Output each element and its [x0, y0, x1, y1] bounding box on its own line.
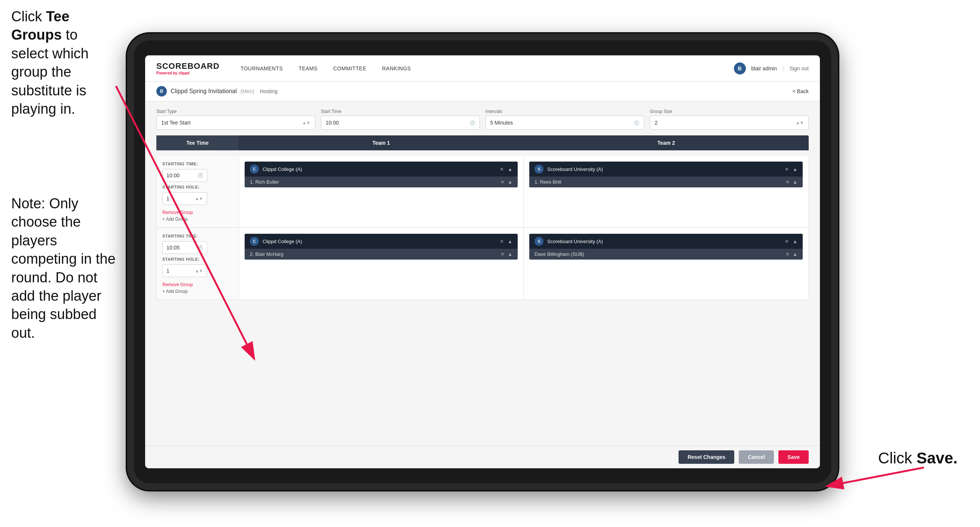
team1-player-1-name-group2: 2. Blair McHarg	[250, 252, 283, 257]
hole-arrow-icon-1: ▲▼	[195, 196, 203, 201]
save-button[interactable]: Save	[778, 450, 809, 464]
breadcrumb-subtitle: (Men)	[240, 88, 255, 94]
nav-committee[interactable]: COMMITTEE	[327, 62, 372, 75]
logo-scoreboard: SCOREBOARD	[156, 61, 220, 71]
group-row: STARTING TIME: 10:00 🕙 STARTING HOLE: 1 …	[156, 156, 809, 228]
user-avatar: B	[734, 62, 746, 75]
team1-panel-group1: C Clippd College (A) ✕ ▲ 1. Rich Butler	[239, 156, 523, 228]
player-expand-icon-group1-t1[interactable]: ▲	[508, 179, 512, 185]
starting-hole-input-2[interactable]: 1 ▲▼	[162, 264, 207, 277]
user-name: blair admin	[751, 65, 777, 72]
team2-close-icon-group1[interactable]: ✕	[785, 166, 789, 172]
navbar: SCOREBOARD Powered by clippd TOURNAMENTS…	[145, 55, 820, 81]
svg-line-2	[827, 468, 924, 486]
nav-rankings[interactable]: RANKINGS	[376, 62, 417, 75]
start-time-input[interactable]: 10:00 🕙	[321, 116, 480, 130]
team1-expand-icon-group1[interactable]: ▲	[508, 166, 512, 172]
dropdown-arrow-icon: ▲▼	[302, 121, 310, 125]
nav-teams[interactable]: TEAMS	[293, 62, 323, 75]
team2-player-controls-group2: ✕ ▲	[786, 252, 797, 257]
th-tee-time: Tee Time	[156, 135, 239, 150]
time-icon-1: 🕙	[197, 173, 203, 178]
team2-controls-group2: ✕ ▲	[785, 239, 797, 244]
reset-changes-button[interactable]: Reset Changes	[679, 450, 734, 464]
breadcrumb-icon: B	[156, 86, 167, 97]
add-group-1-button[interactable]: + Add Group	[162, 217, 233, 222]
team1-player-controls-group2: ✕ ▲	[501, 252, 512, 257]
main-content: Start Type 1st Tee Start ▲▼ Start Time 1…	[145, 101, 820, 446]
starting-hole-label-1: STARTING HOLE:	[162, 185, 233, 189]
cancel-button[interactable]: Cancel	[739, 450, 774, 464]
team2-player-controls-group1: ✕ ▲	[786, 179, 797, 185]
remove-group-2-button[interactable]: Remove Group	[162, 282, 233, 287]
team2-name-group1: Scoreboard University (A)	[547, 166, 603, 172]
instructions-text: Click Tee Groups to select which group t…	[0, 0, 116, 126]
breadcrumb-title: Clippd Spring Invitational	[170, 88, 237, 95]
starting-hole-input-1[interactable]: 1 ▲▼	[162, 192, 207, 205]
team1-card-group1: C Clippd College (A) ✕ ▲ 1. Rich Butler	[245, 162, 518, 187]
team1-header-group1: C Clippd College (A) ✕ ▲	[245, 162, 518, 177]
group-1-left: STARTING TIME: 10:00 🕙 STARTING HOLE: 1 …	[157, 156, 239, 228]
player-close-icon-group2-t2[interactable]: ✕	[786, 252, 790, 257]
player-expand-icon-group2-t2[interactable]: ▲	[792, 252, 797, 257]
player-expand-icon-group2-t1[interactable]: ▲	[508, 252, 512, 257]
intervals-input[interactable]: 5 Minutes 🕙	[485, 116, 644, 130]
nav-items: TOURNAMENTS TEAMS COMMITTEE RANKINGS	[234, 62, 734, 75]
group-size-arrow-icon: ▲▼	[795, 121, 804, 125]
team1-left-group2: C Clippd College (A)	[250, 237, 302, 246]
team2-header-group1: S Scoreboard University (A) ✕ ▲	[529, 162, 803, 177]
player-close-icon-group2-t1[interactable]: ✕	[501, 252, 504, 257]
note-text: Note: Only choose the players competing …	[0, 194, 127, 342]
team2-player-row-group2: Dave Billingham (SUB) ✕ ▲	[529, 249, 803, 260]
start-type-label: Start Type	[156, 109, 315, 114]
tablet: SCOREBOARD Powered by clippd TOURNAMENTS…	[127, 33, 838, 490]
team2-panel-group1: S Scoreboard University (A) ✕ ▲ 1. Rees …	[523, 156, 808, 228]
team2-icon-group1: S	[535, 165, 544, 174]
team2-card-group1: S Scoreboard University (A) ✕ ▲ 1. Rees …	[529, 162, 803, 187]
starting-hole-label-2: STARTING HOLE:	[162, 257, 233, 261]
starting-time-input-1[interactable]: 10:00 🕙	[162, 169, 207, 182]
team2-name-group2: Scoreboard University (A)	[547, 239, 603, 244]
team2-player-row-group1: 1. Rees Britt ✕ ▲	[529, 177, 803, 187]
group-size-label: Group Size	[650, 109, 809, 114]
team1-icon-group2: C	[250, 237, 259, 246]
back-button[interactable]: < Back	[792, 88, 809, 94]
th-team1: Team 1	[239, 135, 523, 150]
team1-icon-group1: C	[250, 165, 259, 174]
starting-time-input-2[interactable]: 10:05 🕙	[162, 241, 207, 254]
team1-left-group1: C Clippd College (A)	[250, 165, 302, 174]
hole-arrow-icon-2: ▲▼	[195, 269, 203, 273]
team2-expand-icon-group1[interactable]: ▲	[792, 166, 797, 172]
breadcrumb-hosting: Hosting	[260, 88, 278, 94]
team2-icon-group2: S	[535, 237, 544, 246]
team1-close-icon-group1[interactable]: ✕	[500, 166, 504, 172]
team1-card-group2: C Clippd College (A) ✕ ▲ 2. Blair McHarg	[245, 234, 518, 260]
team2-player-1-name-group1: 1. Rees Britt	[535, 179, 562, 185]
add-group-2-button[interactable]: + Add Group	[162, 289, 233, 294]
player-close-icon-group1-t1[interactable]: ✕	[501, 179, 504, 185]
group-size-input[interactable]: 2 ▲▼	[650, 116, 809, 130]
team2-close-icon-group2[interactable]: ✕	[785, 239, 789, 244]
sign-out-link[interactable]: Sign out	[790, 65, 809, 72]
intervals-label: Intervals	[485, 109, 644, 114]
team2-expand-icon-group2[interactable]: ▲	[792, 239, 797, 244]
team2-left-group1: S Scoreboard University (A)	[535, 165, 603, 174]
click-save-text: Click Save.	[878, 449, 958, 467]
nav-tournaments[interactable]: TOURNAMENTS	[234, 62, 289, 75]
team1-panel-group2: C Clippd College (A) ✕ ▲ 2. Blair McHarg	[239, 228, 523, 299]
team2-left-group2: S Scoreboard University (A)	[535, 237, 603, 246]
team2-card-group2: S Scoreboard University (A) ✕ ▲ Dave Bil…	[529, 234, 803, 260]
team1-close-icon-group2[interactable]: ✕	[500, 239, 504, 244]
team1-controls-group1: ✕ ▲	[500, 166, 512, 172]
team1-player-row-group1: 1. Rich Butler ✕ ▲	[245, 177, 518, 187]
player-expand-icon-group1-t2[interactable]: ▲	[792, 179, 797, 185]
start-type-input[interactable]: 1st Tee Start ▲▼	[156, 116, 315, 130]
team1-player-controls-group1: ✕ ▲	[501, 179, 512, 185]
remove-group-1-button[interactable]: Remove Group	[162, 210, 233, 215]
footer-bar: Reset Changes Cancel Save	[145, 446, 820, 468]
player-close-icon-group1-t2[interactable]: ✕	[786, 179, 790, 185]
group-2-left: STARTING TIME: 10:05 🕙 STARTING HOLE: 1 …	[157, 228, 239, 299]
team1-expand-icon-group2[interactable]: ▲	[508, 239, 512, 244]
group-1-actions: Remove Group + Add Group	[162, 210, 233, 222]
group-size-field: Group Size 2 ▲▼	[650, 109, 809, 130]
